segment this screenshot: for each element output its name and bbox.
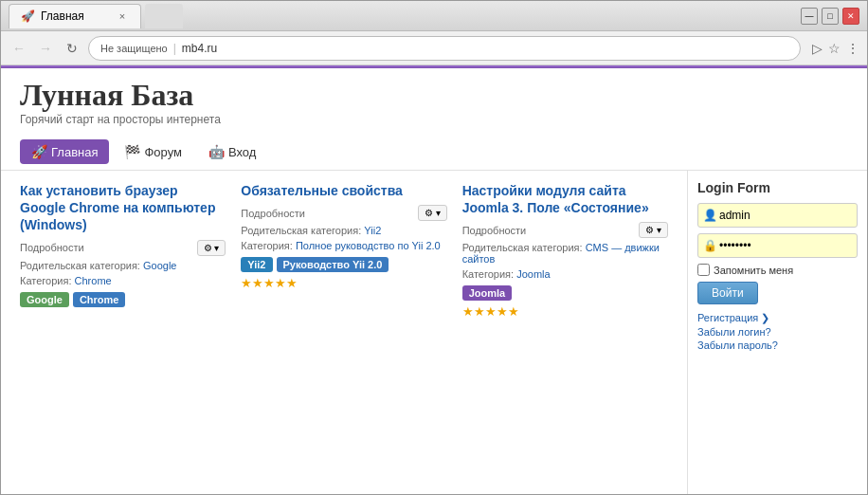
article-2-category-label: Категория: xyxy=(241,240,292,251)
address-icons: ▷ ☆ ⋮ xyxy=(812,41,859,56)
article-2-tags: Yii2 Руководство Yii 2.0 xyxy=(241,257,446,272)
article-2-parent-label: Родительская категория: xyxy=(241,225,361,236)
article-2-details-link[interactable]: Подробности xyxy=(241,208,305,219)
article-3-details-bar: Подробности ⚙ ▾ xyxy=(462,222,668,238)
register-label: Регистрация xyxy=(697,312,758,323)
url-text: mb4.ru xyxy=(182,42,217,55)
article-2-parent: Родительская категория: Yii2 xyxy=(241,225,446,236)
article-1-category-value[interactable]: Chrome xyxy=(75,275,112,286)
password-field: 🔒 xyxy=(697,233,858,258)
remember-me-checkbox[interactable] xyxy=(697,264,710,276)
close-window-button[interactable]: ✕ xyxy=(842,8,859,25)
article-3-gear-button[interactable]: ⚙ ▾ xyxy=(639,222,668,238)
site-title: Лунная База xyxy=(20,78,848,113)
not-secure-label: Не защищено xyxy=(100,43,168,54)
tab-favicon-icon: 🚀 xyxy=(21,9,35,23)
article-2-gear-button[interactable]: ⚙ ▾ xyxy=(418,205,447,221)
register-arrow-icon: ❯ xyxy=(761,312,769,323)
article-3: Настройки модуля сайта Joomla 3. Поле «С… xyxy=(462,182,668,483)
login-sidebar: Login Form 👤 🔒 Запомнить меня Войти Реги… xyxy=(687,171,867,494)
tag-google[interactable]: Google xyxy=(20,292,69,307)
nav-home[interactable]: 🚀 Главная xyxy=(20,139,109,164)
articles-area: Как установить браузер Google Chrome на … xyxy=(1,171,687,494)
minimize-button[interactable]: — xyxy=(801,8,818,25)
login-icon: 🤖 xyxy=(208,144,225,159)
article-1-details-bar: Подробности ⚙ ▾ xyxy=(20,240,226,256)
nav-forum-label: Форум xyxy=(144,145,182,159)
article-1-parent-value[interactable]: Google xyxy=(143,260,176,271)
forum-icon: 🏁 xyxy=(124,144,140,159)
site-header: Лунная База Горячий старт на просторы ин… xyxy=(1,68,867,134)
back-button[interactable]: ← xyxy=(9,38,29,59)
register-link[interactable]: Регистрация ❯ xyxy=(697,312,858,324)
site-subtitle: Горячий старт на просторы интернета xyxy=(20,113,848,126)
article-3-category: Категория: Joomla xyxy=(462,268,668,280)
article-2-category: Категория: Полное руководство по Yii 2.0 xyxy=(241,240,446,251)
nav-login-label: Вход xyxy=(228,145,256,159)
title-bar: 🚀 Главная × — □ ✕ xyxy=(1,1,867,31)
article-3-parent: Родительская категория: CMS — движки сай… xyxy=(462,242,668,265)
username-field: 👤 xyxy=(697,203,858,228)
menu-icon[interactable]: ⋮ xyxy=(846,41,859,56)
login-links: Регистрация ❯ Забыли логин? Забыли парол… xyxy=(697,312,858,351)
nav-forum[interactable]: 🏁 Форум xyxy=(113,139,193,164)
article-1-details-link[interactable]: Подробности xyxy=(20,242,84,253)
article-1-parent: Родительская категория: Google xyxy=(20,260,226,271)
browser-window: 🚀 Главная × — □ ✕ ← → ↻ Не защищено | mb… xyxy=(0,0,868,495)
remember-me-row: Запомнить меня xyxy=(697,264,858,276)
forgot-login-link[interactable]: Забыли логин? xyxy=(697,326,858,338)
maximize-button[interactable]: □ xyxy=(822,8,839,25)
article-1-parent-label: Родительская категория: xyxy=(20,260,140,271)
article-1-gear-button[interactable]: ⚙ ▾ xyxy=(197,240,226,256)
username-input[interactable] xyxy=(697,203,858,228)
lock-icon: 🔒 xyxy=(703,239,717,252)
main-area: Как установить браузер Google Chrome на … xyxy=(1,171,867,494)
page-content: Лунная База Горячий старт на просторы ин… xyxy=(1,68,867,494)
article-3-tags: Joomla xyxy=(462,285,668,301)
article-3-title[interactable]: Настройки модуля сайта Joomla 3. Поле «С… xyxy=(462,182,668,216)
article-3-category-label: Категория: xyxy=(462,268,514,280)
address-bar: ← → ↻ Не защищено | mb4.ru ▷ ☆ ⋮ xyxy=(1,31,867,65)
password-input[interactable] xyxy=(697,233,858,258)
article-3-details-link[interactable]: Подробности xyxy=(462,225,527,236)
login-form-title: Login Form xyxy=(697,180,858,195)
remember-me-label: Запомнить меня xyxy=(714,265,793,276)
article-2-category-value[interactable]: Полное руководство по Yii 2.0 xyxy=(296,240,441,251)
article-3-parent-label: Родительская категория: xyxy=(462,242,583,253)
article-1-category-label: Категория: xyxy=(20,275,71,286)
article-3-category-value[interactable]: Joomla xyxy=(516,268,550,280)
reload-button[interactable]: ↻ xyxy=(62,38,82,59)
tab-title: Главная xyxy=(41,9,84,23)
forgot-password-link[interactable]: Забыли пароль? xyxy=(697,339,858,351)
forward-button[interactable]: → xyxy=(35,38,56,59)
browser-tab[interactable]: 🚀 Главная × xyxy=(9,4,141,28)
article-2-stars: ★★★★★ xyxy=(241,276,446,290)
bookmark-icon[interactable]: ☆ xyxy=(828,41,841,56)
url-bar[interactable]: Не защищено | mb4.ru xyxy=(88,36,801,61)
user-icon: 👤 xyxy=(703,209,717,222)
article-1: Как установить браузер Google Chrome на … xyxy=(20,182,226,483)
article-1-title[interactable]: Как установить браузер Google Chrome на … xyxy=(20,182,226,234)
tag-yii-guide[interactable]: Руководство Yii 2.0 xyxy=(277,257,389,272)
article-3-stars: ★★★★★ xyxy=(462,304,668,319)
cast-icon[interactable]: ▷ xyxy=(812,41,823,56)
article-2-details-bar: Подробности ⚙ ▾ xyxy=(241,205,446,221)
nav-login[interactable]: 🤖 Вход xyxy=(197,139,267,164)
article-2: Обязательные свойства Подробности ⚙ ▾ Ро… xyxy=(241,182,446,483)
article-1-category: Категория: Chrome xyxy=(20,275,226,286)
site-navigation: 🚀 Главная 🏁 Форум 🤖 Вход xyxy=(1,134,867,171)
login-button[interactable]: Войти xyxy=(697,282,758,304)
article-2-parent-value[interactable]: Yii2 xyxy=(364,225,381,236)
article-1-tags: Google Chrome xyxy=(20,292,226,307)
window-controls: — □ ✕ xyxy=(801,8,859,25)
tab-close-button[interactable]: × xyxy=(116,9,129,23)
nav-home-label: Главная xyxy=(51,145,98,159)
tag-joomla[interactable]: Joomla xyxy=(462,285,513,301)
tag-chrome[interactable]: Chrome xyxy=(73,292,126,307)
tag-yii2[interactable]: Yii2 xyxy=(241,257,272,272)
article-2-title[interactable]: Обязательные свойства xyxy=(241,182,446,199)
home-icon: 🚀 xyxy=(31,144,47,159)
